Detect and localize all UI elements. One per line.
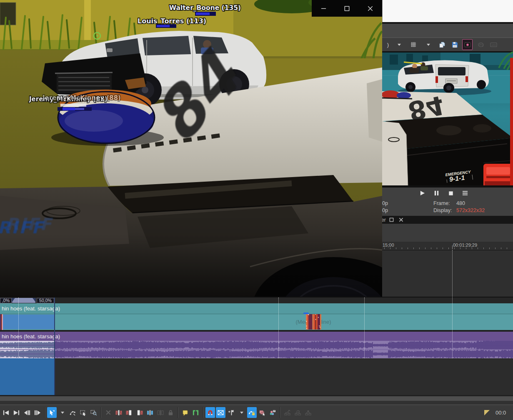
go-to-end-button[interactable] — [12, 407, 21, 418]
edit-cursor — [54, 298, 55, 395]
police-car-body: RIFF RIFF — [0, 175, 382, 297]
marker-line-3 — [364, 298, 365, 358]
game-scene: 84 RIFF RIFF — [0, 0, 382, 297]
status-clipped-2: 0p — [382, 208, 388, 213]
360-preview-button[interactable]: 360 — [476, 39, 485, 50]
ruler-tick — [431, 248, 431, 249]
preview-quality-caret[interactable] — [394, 39, 404, 50]
delete-button[interactable] — [103, 407, 113, 418]
trim-event-button[interactable] — [114, 407, 123, 418]
insert-region-button[interactable] — [191, 407, 200, 418]
marker-line-2 — [278, 298, 279, 358]
split-event-button[interactable] — [145, 407, 155, 418]
rate-slider[interactable] — [12, 298, 36, 303]
dock-window-header[interactable]: er — [382, 216, 513, 224]
ruler-tick — [390, 248, 390, 249]
toolbar-separator — [203, 407, 203, 418]
video-output-fx-button[interactable] — [462, 39, 473, 50]
resize-grip[interactable] — [484, 410, 490, 415]
video-preview-image: 84 EMERGENCY 9-1-1 — [382, 51, 513, 188]
play-button[interactable] — [418, 188, 427, 199]
game-capture-window[interactable]: 84 RIFF RIFF — [0, 0, 382, 297]
ruler-tick — [454, 248, 455, 249]
ruler-tick — [419, 248, 420, 249]
time-selection-highlight-video — [0, 315, 55, 329]
display-label: Display: — [433, 208, 452, 213]
minimize-button[interactable] — [316, 2, 330, 15]
playback-cursor-line — [452, 250, 453, 358]
preview-menu-button[interactable] — [460, 188, 470, 199]
grid-overlay-button[interactable] — [408, 39, 418, 50]
grid-overlay-caret[interactable] — [423, 39, 433, 50]
event-rate-strip: ,0% 50,0% — [0, 298, 513, 303]
audio-waveform — [0, 341, 513, 358]
ruler-tick — [402, 248, 402, 249]
preview-quality-dropdown[interactable]: ) — [383, 39, 393, 50]
zoom-edit-tool[interactable] — [89, 407, 98, 418]
ruler-tick — [413, 248, 414, 249]
preview-pane-header — [382, 24, 513, 38]
player-nametag-jeremy-ghost: Jeremy_McKinney (88) — [42, 94, 121, 102]
ruler-tick — [507, 248, 507, 249]
preview-toolbar: )360HDR — [382, 38, 513, 51]
ruler-tick — [501, 248, 501, 249]
preview-red-car-edge — [510, 58, 513, 186]
group-events-button[interactable] — [303, 407, 313, 418]
preview-transport-bar — [382, 188, 513, 199]
svg-text:360: 360 — [479, 43, 483, 46]
audio-track-event[interactable]: hin hoes (feat. starsaga) — [0, 332, 513, 358]
ignore-event-grouping-button[interactable] — [258, 407, 267, 418]
enable-snapping-button[interactable] — [205, 407, 215, 418]
video-track-event[interactable]: hin hoes (feat. starsaga) (Media Offline… — [0, 303, 513, 330]
mix-to-new-track-button[interactable] — [283, 407, 292, 418]
pause-button[interactable] — [432, 188, 441, 199]
go-to-start-button[interactable] — [1, 407, 11, 418]
close-dock-button[interactable] — [398, 216, 405, 223]
next-frame-button[interactable] — [33, 407, 42, 418]
ruler-tick — [396, 248, 396, 249]
svg-text:HDR: HDR — [491, 44, 496, 46]
ruler-tick — [384, 248, 385, 249]
trim-start-button[interactable] — [124, 407, 134, 418]
previous-frame-button[interactable] — [22, 407, 32, 418]
audio-event-header: hin hoes (feat. starsaga) — [0, 332, 513, 341]
maximize-button[interactable] — [340, 2, 354, 15]
video-event-title: hin hoes (feat. starsaga) — [0, 305, 60, 312]
toolbar-separator — [100, 407, 101, 418]
event-thumbnail-sliver — [0, 314, 3, 330]
editing-toolbar: 00:0 — [0, 405, 513, 420]
track-area-empty[interactable] — [0, 358, 513, 395]
hdr-monitor-button[interactable]: HDR — [489, 39, 498, 50]
stop-button[interactable] — [446, 188, 455, 199]
ruler-tick — [472, 248, 472, 249]
game-window-titlebar — [312, 0, 382, 17]
edit-tool-dropdown[interactable] — [58, 407, 67, 418]
save-snapshot-button[interactable] — [450, 39, 460, 50]
timeline-ruler[interactable]: 15;00 00:01:29;29 — [382, 242, 513, 250]
trim-adjacent-button[interactable] — [155, 407, 165, 418]
mixer-tool-button[interactable] — [268, 407, 278, 418]
selection-edit-tool[interactable] — [78, 407, 88, 418]
application-window: )360HDR — [0, 0, 513, 420]
float-window-button[interactable] — [388, 216, 395, 223]
ruler-tick — [408, 248, 408, 249]
auto-ripple-button[interactable] — [226, 407, 236, 418]
trim-end-button[interactable] — [135, 407, 144, 418]
toolbar-separator — [178, 407, 178, 418]
copy-snapshot-button[interactable] — [438, 39, 447, 50]
render-to-new-track-button[interactable] — [293, 407, 303, 418]
close-button[interactable] — [363, 2, 378, 15]
timeline-hscrollbar[interactable] — [0, 396, 513, 401]
lock-envelopes-button[interactable] — [247, 407, 257, 418]
insert-marker-button[interactable] — [180, 407, 190, 418]
video-event-header: hin hoes (feat. starsaga) — [0, 303, 513, 314]
status-clipped-1: 0p — [382, 200, 388, 206]
auto-ripple-dropdown[interactable] — [237, 407, 246, 418]
auto-crossfade-button[interactable] — [216, 407, 225, 418]
ruler-label-right: 00:01:29;29 — [453, 242, 477, 248]
lock-event-button[interactable] — [166, 407, 175, 418]
album-art-thumbnail — [306, 314, 321, 330]
ruler-label-left: 15;00 — [383, 242, 394, 248]
normal-edit-tool[interactable] — [47, 407, 57, 418]
envelope-edit-tool[interactable] — [68, 407, 78, 418]
